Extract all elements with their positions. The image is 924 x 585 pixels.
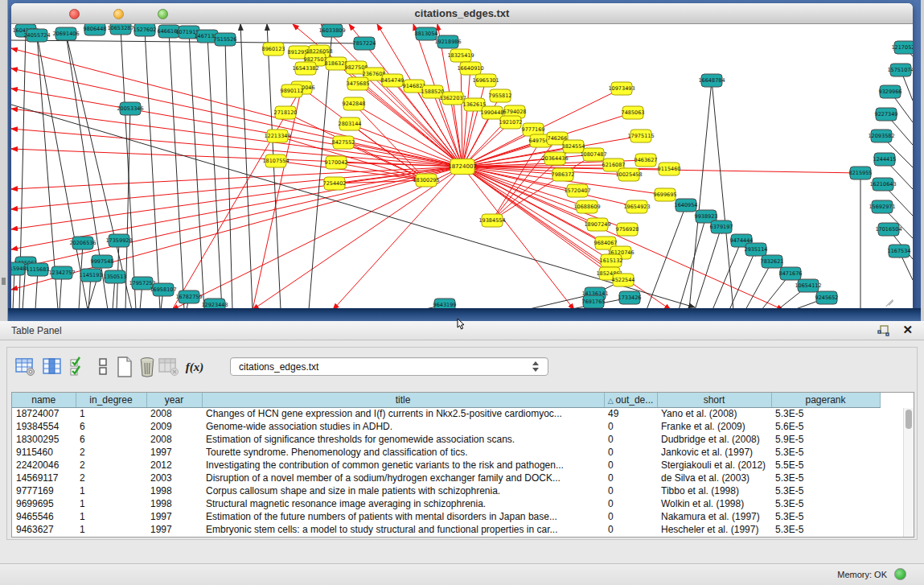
graph-node[interactable]: 9463627 <box>634 154 658 167</box>
graph-edge[interactable] <box>169 31 184 308</box>
graph-node[interactable]: 9242848 <box>343 97 366 110</box>
graph-node[interactable]: 4522544 <box>612 274 635 286</box>
column-header-short[interactable]: short <box>657 393 771 407</box>
graph-node[interactable]: 12342757 <box>48 266 75 279</box>
graph-edge[interactable] <box>240 24 253 308</box>
graph-node[interactable]: 10025458 <box>615 168 642 181</box>
table-settings-icon[interactable] <box>14 354 38 380</box>
graph-edge[interactable] <box>225 39 232 308</box>
graph-node[interactable]: 2718120 <box>274 106 298 119</box>
graph-node[interactable]: 1733426 <box>618 291 642 304</box>
graph-edge[interactable] <box>253 167 462 308</box>
window-resize-grip[interactable] <box>882 293 895 306</box>
graph-edge[interactable] <box>11 129 462 167</box>
graph-node[interactable]: 9227349 <box>875 108 898 121</box>
graph-edge[interactable] <box>189 32 204 308</box>
graph-node[interactable]: 16640910 <box>457 62 483 75</box>
rows-icon[interactable] <box>91 354 115 380</box>
graph-node[interactable]: 18107554 <box>262 154 289 167</box>
table-row[interactable]: 1872400712008Changes of HCN gene express… <box>12 407 880 420</box>
graph-edge[interactable] <box>713 241 741 308</box>
graph-node[interactable]: 1527602 <box>133 24 157 36</box>
graph-node[interactable]: 10653287 <box>107 24 133 35</box>
graph-edge[interactable] <box>695 227 721 308</box>
node-table[interactable]: namein_degreeyeartitle△out_de...shortpag… <box>11 392 914 538</box>
graph-node[interactable]: 17359928 <box>105 234 132 247</box>
delete-table-icon[interactable] <box>135 354 159 380</box>
network-canvas[interactable]: 1604557124055724206914069806448106532871… <box>11 24 913 308</box>
left-panel-collapsed-strip[interactable] <box>0 0 8 321</box>
column-header-in-degree[interactable]: in_degree <box>76 393 146 407</box>
graph-edge[interactable] <box>11 40 364 43</box>
graph-node[interactable]: 1115683 <box>27 263 50 276</box>
table-row[interactable]: 946362711997Embryonic stem cells: a mode… <box>12 523 880 536</box>
graph-node[interactable]: 19384554 <box>478 214 505 227</box>
graph-node[interactable]: 16958107 <box>150 283 176 296</box>
graph-node[interactable]: 8454749 <box>381 74 405 87</box>
graph-node[interactable]: 17975115 <box>627 130 654 142</box>
column-header-out-de-[interactable]: △out_de... <box>604 393 657 407</box>
graph-node[interactable]: 3475685 <box>347 77 370 90</box>
graph-edge[interactable] <box>11 48 462 167</box>
table-row[interactable]: 2242004622012Investigating the contribut… <box>12 459 880 472</box>
float-window-icon[interactable] <box>877 324 890 337</box>
panel-handle-icon[interactable] <box>2 278 6 285</box>
graph-node[interactable]: 9756928 <box>616 223 639 236</box>
graph-edge[interactable] <box>11 167 462 209</box>
graph-node[interactable]: 10807487 <box>580 148 606 161</box>
table-row[interactable]: 946554611997Estimation of the future num… <box>12 510 880 523</box>
graph-node[interactable]: 1640954 <box>675 199 698 212</box>
network-view-window[interactable]: citations_edges.txt 16045571240557242069… <box>11 3 913 308</box>
graph-node[interactable]: 16543382 <box>292 62 318 75</box>
table-row[interactable]: 911546021997Tourette syndrome. Phenomeno… <box>12 446 880 459</box>
graph-node[interactable]: 16033809 <box>318 24 345 37</box>
graph-node[interactable]: 1244415 <box>873 153 897 166</box>
table-header[interactable]: namein_degreeyeartitle△out_de...shortpag… <box>12 393 880 407</box>
graph-node[interactable]: 19654923 <box>623 200 650 213</box>
graph-node[interactable]: 8215955 <box>849 167 873 179</box>
graph-edge[interactable] <box>354 104 426 180</box>
graph-node[interactable]: 9699695 <box>654 188 677 201</box>
graph-node[interactable]: 18724007 <box>448 159 477 175</box>
graph-edge[interactable] <box>729 249 756 308</box>
scrollbar-thumb[interactable] <box>906 410 912 429</box>
graph-node[interactable]: 7691765 <box>582 295 606 308</box>
graph-node[interactable]: 17016504 <box>875 223 901 236</box>
table-row[interactable]: 1456911722003Disruption of a novel membe… <box>12 472 880 484</box>
graph-edge[interactable] <box>647 205 686 308</box>
graph-node[interactable]: 2803144 <box>339 117 362 130</box>
graph-edge[interactable] <box>145 30 160 308</box>
table-row[interactable]: 1830029562008Estimation of significance … <box>12 433 880 446</box>
graph-node[interactable]: 16965301 <box>472 74 499 87</box>
graph-node[interactable]: 1921072 <box>499 116 523 129</box>
graph-node[interactable]: 15720407 <box>564 184 590 197</box>
graph-node[interactable]: 12093582 <box>868 130 894 142</box>
graph-edge[interactable] <box>253 88 302 308</box>
column-header-title[interactable]: title <box>202 393 604 407</box>
graph-node[interactable]: 8471676 <box>779 267 803 280</box>
graph-edge[interactable] <box>207 36 222 308</box>
graph-edge[interactable] <box>689 80 712 308</box>
graph-node[interactable]: 8427552 <box>332 136 355 149</box>
graph-node[interactable]: 20364436 <box>541 152 568 165</box>
graph-node[interactable]: 7254402 <box>323 177 347 190</box>
graph-node[interactable]: 12213349 <box>264 130 290 142</box>
graph-node[interactable]: 18907249 <box>584 218 610 231</box>
graph-node[interactable]: 9170042 <box>325 156 348 169</box>
table-row[interactable]: 977716911998Corpus callosum shape and si… <box>12 484 880 497</box>
graph-node[interactable]: 10654112 <box>795 279 821 292</box>
network-window-titlebar[interactable]: citations_edges.txt <box>11 3 913 24</box>
graph-edge[interactable] <box>679 216 706 308</box>
graph-node[interactable]: 8960123 <box>262 43 285 56</box>
close-panel-icon[interactable]: ✕ <box>902 323 913 337</box>
graph-node[interactable]: 16210643 <box>869 178 896 191</box>
column-visibility-icon[interactable] <box>40 354 64 380</box>
graph-node[interactable]: 1990448 <box>481 106 504 119</box>
select-all-icon[interactable] <box>66 354 90 380</box>
graph-node[interactable]: 9997548 <box>91 255 114 268</box>
graph-node[interactable]: 15751074 <box>887 64 913 76</box>
graph-node[interactable]: 7955812 <box>489 89 512 102</box>
table-source-select[interactable]: citations_edges.txt <box>230 357 548 376</box>
function-builder-icon[interactable]: f(x) <box>183 354 207 380</box>
graph-node[interactable]: 7485063 <box>622 106 645 119</box>
